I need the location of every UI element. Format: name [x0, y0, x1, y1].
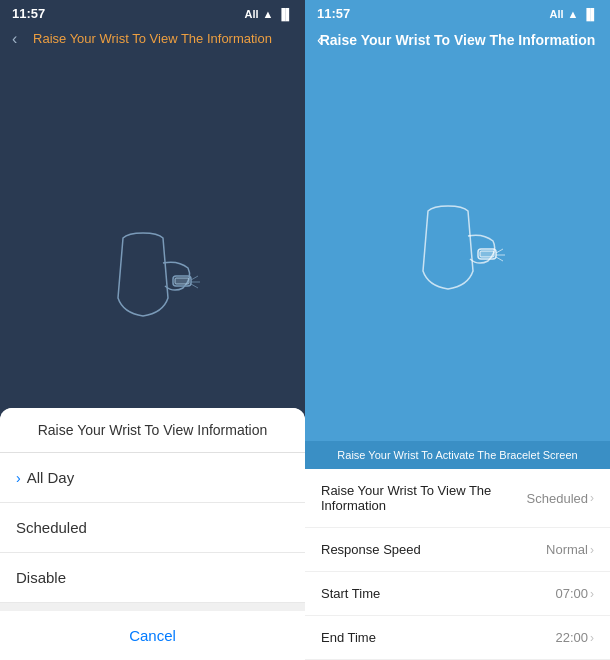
- right-panel: 11:57 All ▲ ▐▌ ‹ Raise Your Wrist To Vie…: [305, 0, 610, 660]
- chevron-right-3: ›: [590, 631, 594, 645]
- chevron-right-0: ›: [590, 491, 594, 505]
- bottom-sheet: Raise Your Wrist To View Information › A…: [0, 408, 305, 660]
- svg-rect-1: [175, 278, 189, 284]
- sheet-option-label-scheduled: Scheduled: [16, 519, 87, 536]
- status-bar-left: 11:57 All ▲ ▐▌: [0, 0, 305, 27]
- sheet-option-scheduled[interactable]: Scheduled: [0, 503, 305, 553]
- bottom-sheet-overlay: Raise Your Wrist To View Information › A…: [0, 408, 305, 660]
- wifi-icon-right: ▲: [568, 8, 579, 20]
- subtitle-banner-right: Raise Your Wrist To Activate The Bracele…: [305, 441, 610, 469]
- setting-value-raise-wrist-right: Scheduled ›: [527, 491, 594, 506]
- settings-list-right: Raise Your Wrist To View The Information…: [305, 469, 610, 660]
- setting-row-raise-wrist-right[interactable]: Raise Your Wrist To View The Information…: [305, 469, 610, 528]
- setting-row-end-time-right[interactable]: End Time 22:00 ›: [305, 616, 610, 660]
- setting-value-end-time-right: 22:00 ›: [555, 630, 594, 645]
- setting-label-end-time-right: End Time: [321, 630, 555, 645]
- wrist-image-area-right: Raise Your Wrist To Activate The Bracele…: [305, 53, 610, 469]
- status-bar-right: 11:57 All ▲ ▐▌: [305, 0, 610, 27]
- sheet-option-label-all-day: All Day: [27, 469, 75, 486]
- back-arrow-right[interactable]: ‹: [317, 31, 322, 49]
- sheet-option-all-day[interactable]: › All Day: [0, 453, 305, 503]
- sheet-title: Raise Your Wrist To View Information: [0, 408, 305, 453]
- setting-value-start-time-right: 07:00 ›: [555, 586, 594, 601]
- wrist-illustration-left: [73, 218, 233, 358]
- battery-icon-left: ▐▌: [277, 8, 293, 20]
- time-right: 11:57: [317, 6, 350, 21]
- network-right: All: [549, 8, 563, 20]
- nav-bar-left: ‹ Raise Your Wrist To View The Informati…: [0, 27, 305, 52]
- setting-row-start-time-right[interactable]: Start Time 07:00 ›: [305, 572, 610, 616]
- nav-title-right: Raise Your Wrist To View The Information: [320, 31, 596, 49]
- setting-row-response-speed-right[interactable]: Response Speed Normal ›: [305, 528, 610, 572]
- status-icons-left: All ▲ ▐▌: [244, 8, 293, 20]
- chevron-right-2: ›: [590, 587, 594, 601]
- sheet-option-label-disable: Disable: [16, 569, 66, 586]
- battery-icon-right: ▐▌: [582, 8, 598, 20]
- left-panel: 11:57 All ▲ ▐▌ ‹ Raise Your Wrist To Vie…: [0, 0, 305, 660]
- wrist-illustration-right: [378, 191, 538, 331]
- sheet-option-disable[interactable]: Disable: [0, 553, 305, 603]
- status-icons-right: All ▲ ▐▌: [549, 8, 598, 20]
- nav-bar-right: ‹ Raise Your Wrist To View The Informati…: [305, 27, 610, 53]
- wifi-icon-left: ▲: [263, 8, 274, 20]
- setting-label-start-time-right: Start Time: [321, 586, 555, 601]
- setting-label-raise-wrist-right: Raise Your Wrist To View The Information: [321, 483, 527, 513]
- network-left: All: [244, 8, 258, 20]
- time-left: 11:57: [12, 6, 45, 21]
- setting-value-response-speed-right: Normal ›: [546, 542, 594, 557]
- svg-rect-3: [480, 251, 494, 257]
- sheet-cancel-button[interactable]: Cancel: [0, 611, 305, 660]
- back-arrow-left[interactable]: ‹: [12, 30, 17, 48]
- check-icon: ›: [16, 470, 21, 486]
- chevron-right-1: ›: [590, 543, 594, 557]
- setting-label-response-speed-right: Response Speed: [321, 542, 546, 557]
- nav-title-left: Raise Your Wrist To View The Information: [33, 31, 272, 48]
